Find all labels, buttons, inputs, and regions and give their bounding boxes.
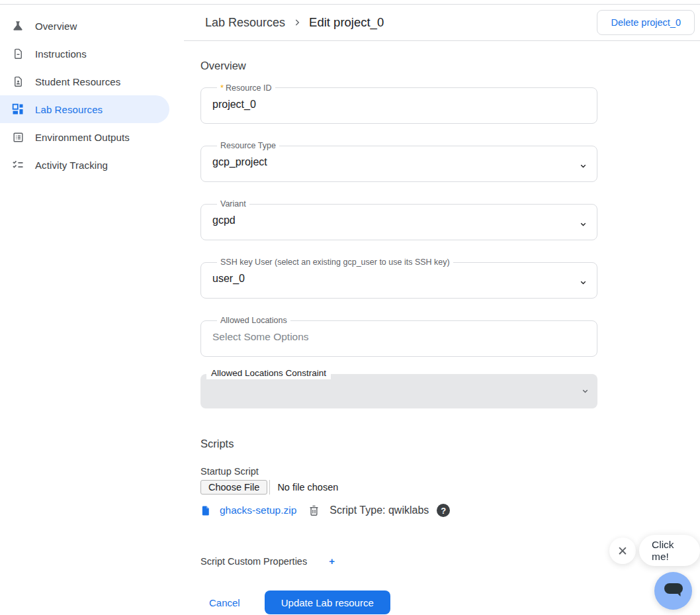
- flask-icon: [11, 19, 24, 32]
- breadcrumb-current: Edit project_0: [309, 15, 384, 30]
- ssh-key-user-value: user_0: [212, 269, 586, 285]
- chevron-down-icon: [581, 386, 590, 398]
- file-icon: [200, 505, 212, 516]
- script-type-text: Script Type: qwiklabs: [329, 504, 429, 516]
- no-file-chosen-text: No file chosen: [277, 482, 338, 493]
- chat-button[interactable]: [654, 572, 692, 610]
- top-divider: [0, 0, 700, 5]
- sidebar-item-student-resources[interactable]: Student Resources: [0, 68, 184, 95]
- form-actions: Cancel Update Lab resource: [200, 591, 700, 614]
- chevron-right-icon: [292, 17, 302, 28]
- delete-project-button[interactable]: Delete project_0: [597, 10, 695, 35]
- choose-file-button[interactable]: Choose File: [200, 480, 267, 495]
- chat-tooltip[interactable]: Click me!: [639, 535, 700, 566]
- breadcrumb: Lab Resources Edit project_0: [205, 15, 384, 30]
- sidebar-item-label: Environment Outputs: [35, 132, 130, 143]
- sidebar-item-label: Student Resources: [35, 76, 120, 87]
- overview-section-title: Overview: [200, 60, 700, 72]
- sidebar-item-label: Activity Tracking: [35, 160, 108, 171]
- dashboard-icon: [11, 103, 24, 116]
- sidebar-item-environment-outputs[interactable]: Environment Outputs: [0, 123, 184, 151]
- startup-script-file-input: Choose File No file chosen: [200, 480, 700, 495]
- file-input-divider: [269, 480, 270, 495]
- update-lab-resource-button[interactable]: Update Lab resource: [265, 591, 390, 614]
- delete-script-icon[interactable]: [308, 504, 320, 517]
- cancel-button[interactable]: Cancel: [209, 597, 240, 608]
- sidebar-item-overview[interactable]: Overview: [0, 12, 184, 40]
- uploaded-script-row: ghacks-setup.zip Script Type: qwiklabs ?: [200, 504, 700, 517]
- allowed-locations-field[interactable]: Allowed Locations Select Some Options: [200, 316, 597, 357]
- chevron-down-icon: [579, 277, 588, 289]
- breadcrumb-lab-resources[interactable]: Lab Resources: [205, 16, 285, 30]
- script-file-link[interactable]: ghacks-setup.zip: [220, 504, 296, 516]
- resource-id-label: *Resource ID: [217, 83, 275, 93]
- resource-id-input[interactable]: project_0: [212, 95, 586, 111]
- chevron-down-icon: [579, 219, 588, 231]
- allowed-locations-constraint-field: Allowed Locations Constraint: [200, 374, 597, 408]
- resource-type-value: gcp_project: [212, 153, 586, 168]
- sidebar-item-label: Lab Resources: [35, 104, 103, 115]
- variant-value: gcpd: [212, 211, 586, 226]
- variant-label: Variant: [217, 199, 249, 209]
- allowed-locations-constraint-label: Allowed Locations Constraint: [206, 367, 331, 379]
- script-custom-properties-label: Script Custom Properties: [200, 556, 307, 567]
- add-property-button[interactable]: +: [329, 555, 335, 567]
- required-marker: *: [220, 83, 224, 93]
- page-header: Lab Resources Edit project_0 Delete proj…: [184, 5, 700, 41]
- resource-type-select[interactable]: Resource Type gcp_project: [200, 141, 597, 182]
- sidebar-item-lab-resources[interactable]: Lab Resources: [0, 95, 169, 123]
- allowed-locations-input[interactable]: Select Some Options: [212, 328, 586, 343]
- checklist-icon: [11, 158, 24, 171]
- resource-id-field[interactable]: *Resource ID project_0: [200, 83, 597, 124]
- resource-type-label: Resource Type: [217, 141, 279, 150]
- ssh-key-user-select[interactable]: SSH key User (select an existing gcp_use…: [200, 258, 597, 299]
- allowed-locations-label: Allowed Locations: [217, 316, 290, 325]
- help-icon[interactable]: ?: [437, 504, 450, 517]
- ssh-key-user-label: SSH key User (select an existing gcp_use…: [217, 258, 453, 267]
- sidebar-item-activity-tracking[interactable]: Activity Tracking: [0, 151, 184, 179]
- close-icon[interactable]: ✕: [609, 538, 636, 564]
- variant-select[interactable]: Variant gcpd: [200, 199, 597, 240]
- scripts-section-title: Scripts: [200, 438, 700, 450]
- startup-script-label: Startup Script: [200, 466, 700, 477]
- speech-bubble-icon: [663, 581, 684, 600]
- student-document-icon: [11, 75, 24, 88]
- sidebar: Overview Instructions Student Resources …: [0, 5, 184, 614]
- sidebar-item-label: Overview: [35, 21, 77, 32]
- list-icon: [11, 130, 24, 144]
- document-icon: [11, 47, 24, 60]
- sidebar-item-label: Instructions: [35, 48, 87, 60]
- sidebar-item-instructions[interactable]: Instructions: [0, 40, 184, 68]
- chevron-down-icon: [579, 161, 588, 173]
- edit-resource-form: Overview *Resource ID project_0 Resource…: [184, 41, 700, 614]
